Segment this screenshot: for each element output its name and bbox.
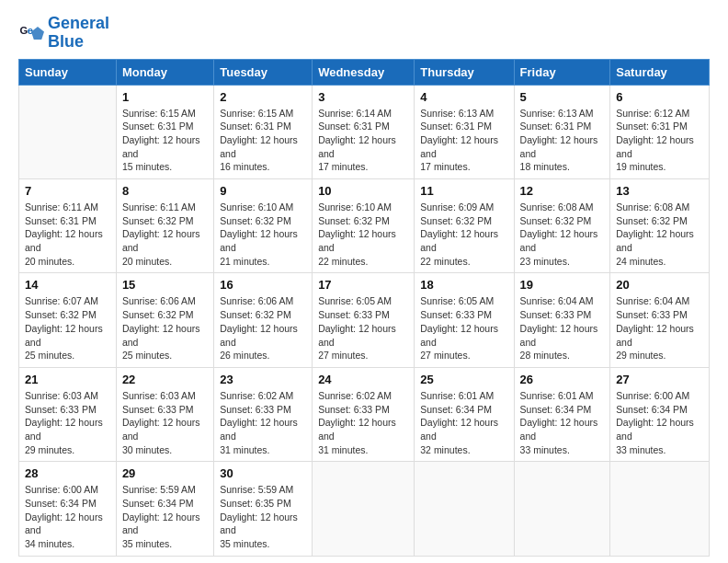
day-number: 16	[220, 278, 306, 292]
calendar-cell: 8 Sunrise: 6:11 AMSunset: 6:32 PMDayligh…	[116, 179, 213, 273]
day-info: Sunrise: 6:04 AMSunset: 6:33 PMDaylight:…	[616, 294, 703, 362]
day-info: Sunrise: 6:06 AMSunset: 6:32 PMDaylight:…	[122, 294, 208, 362]
week-row-1: 1 Sunrise: 6:15 AMSunset: 6:31 PMDayligh…	[19, 85, 710, 178]
calendar-cell: 12 Sunrise: 6:08 AMSunset: 6:32 PMDaylig…	[514, 179, 610, 273]
day-number: 12	[520, 184, 605, 198]
day-info: Sunrise: 5:59 AMSunset: 6:35 PMDaylight:…	[220, 483, 306, 550]
calendar-cell: 2 Sunrise: 6:15 AMSunset: 6:31 PMDayligh…	[214, 85, 313, 178]
day-number: 14	[25, 278, 110, 292]
page-header: G e General Blue	[18, 15, 710, 52]
calendar-cell	[610, 462, 710, 556]
day-info: Sunrise: 6:10 AMSunset: 6:32 PMDaylight:…	[318, 201, 408, 268]
calendar-table: SundayMondayTuesdayWednesdayThursdayFrid…	[18, 59, 710, 557]
header-row: SundayMondayTuesdayWednesdayThursdayFrid…	[19, 59, 710, 85]
logo-icon: G e	[18, 20, 44, 46]
calendar-cell: 15 Sunrise: 6:06 AMSunset: 6:32 PMDaylig…	[116, 273, 213, 367]
calendar-cell: 18 Sunrise: 6:05 AMSunset: 6:33 PMDaylig…	[415, 273, 514, 367]
day-number: 28	[25, 466, 110, 480]
header-day-friday: Friday	[514, 59, 610, 85]
header-day-tuesday: Tuesday	[214, 59, 313, 85]
week-row-5: 28 Sunrise: 6:00 AMSunset: 6:34 PMDaylig…	[19, 462, 710, 556]
calendar-cell: 16 Sunrise: 6:06 AMSunset: 6:32 PMDaylig…	[214, 273, 313, 367]
day-number: 23	[220, 373, 306, 386]
day-info: Sunrise: 6:15 AMSunset: 6:31 PMDaylight:…	[122, 107, 208, 174]
calendar-cell: 22 Sunrise: 6:03 AMSunset: 6:33 PMDaylig…	[116, 367, 213, 461]
day-number: 7	[25, 184, 110, 198]
calendar-cell: 25 Sunrise: 6:01 AMSunset: 6:34 PMDaylig…	[415, 367, 514, 461]
header-day-saturday: Saturday	[610, 59, 710, 85]
logo: G e General Blue	[18, 15, 109, 52]
day-info: Sunrise: 6:10 AMSunset: 6:32 PMDaylight:…	[220, 201, 306, 268]
calendar-cell: 29 Sunrise: 5:59 AMSunset: 6:34 PMDaylig…	[116, 462, 213, 556]
calendar-cell: 19 Sunrise: 6:04 AMSunset: 6:33 PMDaylig…	[514, 273, 610, 367]
day-number: 25	[420, 373, 507, 386]
calendar-cell	[514, 462, 610, 556]
day-info: Sunrise: 6:13 AMSunset: 6:31 PMDaylight:…	[520, 107, 605, 174]
week-row-3: 14 Sunrise: 6:07 AMSunset: 6:32 PMDaylig…	[19, 273, 710, 367]
day-info: Sunrise: 6:14 AMSunset: 6:31 PMDaylight:…	[318, 107, 408, 174]
day-info: Sunrise: 6:02 AMSunset: 6:33 PMDaylight:…	[220, 389, 306, 456]
calendar-cell: 20 Sunrise: 6:04 AMSunset: 6:33 PMDaylig…	[610, 273, 710, 367]
day-info: Sunrise: 6:04 AMSunset: 6:33 PMDaylight:…	[520, 294, 605, 362]
calendar-cell: 1 Sunrise: 6:15 AMSunset: 6:31 PMDayligh…	[116, 85, 213, 178]
header-day-monday: Monday	[116, 59, 213, 85]
header-day-sunday: Sunday	[19, 59, 117, 85]
day-number: 4	[420, 90, 507, 104]
day-info: Sunrise: 6:15 AMSunset: 6:31 PMDaylight:…	[220, 107, 306, 174]
day-number: 30	[220, 466, 306, 480]
calendar-cell: 23 Sunrise: 6:02 AMSunset: 6:33 PMDaylig…	[214, 367, 313, 461]
day-info: Sunrise: 6:01 AMSunset: 6:34 PMDaylight:…	[420, 389, 507, 456]
logo-name: General Blue	[48, 15, 109, 52]
day-number: 11	[420, 184, 507, 198]
calendar-cell: 5 Sunrise: 6:13 AMSunset: 6:31 PMDayligh…	[514, 85, 610, 178]
week-row-2: 7 Sunrise: 6:11 AMSunset: 6:31 PMDayligh…	[19, 179, 710, 273]
day-number: 15	[122, 278, 208, 292]
day-number: 20	[616, 278, 703, 292]
day-info: Sunrise: 6:06 AMSunset: 6:32 PMDaylight:…	[220, 294, 306, 362]
day-number: 5	[520, 90, 605, 104]
svg-text:G: G	[19, 25, 28, 36]
day-number: 8	[122, 184, 208, 198]
day-info: Sunrise: 6:13 AMSunset: 6:31 PMDaylight:…	[420, 107, 507, 174]
calendar-cell: 17 Sunrise: 6:05 AMSunset: 6:33 PMDaylig…	[313, 273, 415, 367]
calendar-cell: 7 Sunrise: 6:11 AMSunset: 6:31 PMDayligh…	[19, 179, 117, 273]
header-day-wednesday: Wednesday	[313, 59, 415, 85]
calendar-cell: 30 Sunrise: 5:59 AMSunset: 6:35 PMDaylig…	[214, 462, 313, 556]
day-number: 26	[520, 373, 605, 386]
day-number: 9	[220, 184, 306, 198]
day-info: Sunrise: 6:11 AMSunset: 6:31 PMDaylight:…	[25, 201, 110, 268]
day-number: 2	[220, 90, 306, 104]
day-number: 29	[122, 466, 208, 480]
day-info: Sunrise: 6:08 AMSunset: 6:32 PMDaylight:…	[616, 201, 703, 268]
calendar-cell: 3 Sunrise: 6:14 AMSunset: 6:31 PMDayligh…	[313, 85, 415, 178]
day-info: Sunrise: 6:00 AMSunset: 6:34 PMDaylight:…	[25, 483, 110, 550]
day-info: Sunrise: 6:07 AMSunset: 6:32 PMDaylight:…	[25, 294, 110, 362]
day-number: 10	[318, 184, 408, 198]
day-number: 18	[420, 278, 507, 292]
day-info: Sunrise: 6:09 AMSunset: 6:32 PMDaylight:…	[420, 201, 507, 268]
calendar-cell	[19, 85, 117, 178]
day-number: 1	[122, 90, 208, 104]
calendar-cell: 9 Sunrise: 6:10 AMSunset: 6:32 PMDayligh…	[214, 179, 313, 273]
day-info: Sunrise: 6:03 AMSunset: 6:33 PMDaylight:…	[122, 389, 208, 456]
day-info: Sunrise: 6:05 AMSunset: 6:33 PMDaylight:…	[318, 294, 408, 362]
calendar-cell: 14 Sunrise: 6:07 AMSunset: 6:32 PMDaylig…	[19, 273, 117, 367]
day-info: Sunrise: 6:05 AMSunset: 6:33 PMDaylight:…	[420, 294, 507, 362]
calendar-cell: 27 Sunrise: 6:00 AMSunset: 6:34 PMDaylig…	[610, 367, 710, 461]
week-row-4: 21 Sunrise: 6:03 AMSunset: 6:33 PMDaylig…	[19, 367, 710, 461]
day-info: Sunrise: 6:02 AMSunset: 6:33 PMDaylight:…	[318, 389, 408, 456]
calendar-cell	[415, 462, 514, 556]
day-number: 17	[318, 278, 408, 292]
day-number: 13	[616, 184, 703, 198]
calendar-cell: 11 Sunrise: 6:09 AMSunset: 6:32 PMDaylig…	[415, 179, 514, 273]
calendar-cell: 21 Sunrise: 6:03 AMSunset: 6:33 PMDaylig…	[19, 367, 117, 461]
calendar-cell: 26 Sunrise: 6:01 AMSunset: 6:34 PMDaylig…	[514, 367, 610, 461]
calendar-cell: 4 Sunrise: 6:13 AMSunset: 6:31 PMDayligh…	[415, 85, 514, 178]
calendar-cell: 13 Sunrise: 6:08 AMSunset: 6:32 PMDaylig…	[610, 179, 710, 273]
day-info: Sunrise: 6:01 AMSunset: 6:34 PMDaylight:…	[520, 389, 605, 456]
day-info: Sunrise: 6:08 AMSunset: 6:32 PMDaylight:…	[520, 201, 605, 268]
day-number: 6	[616, 90, 703, 104]
calendar-cell: 24 Sunrise: 6:02 AMSunset: 6:33 PMDaylig…	[313, 367, 415, 461]
header-day-thursday: Thursday	[415, 59, 514, 85]
day-number: 21	[25, 373, 110, 386]
